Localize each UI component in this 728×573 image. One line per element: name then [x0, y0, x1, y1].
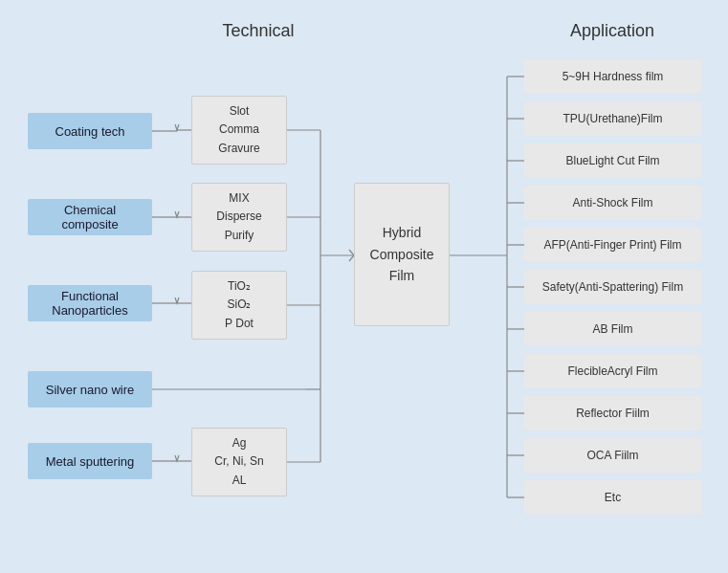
app-box-ab-film: AB Film	[524, 312, 701, 346]
blue-box-silver-nano-wire: Silver nano wire	[28, 371, 152, 408]
app-box-etc: Etc	[524, 480, 701, 515]
diagram-container: Technical Application	[0, 0, 728, 573]
blue-box-metal-sputtering: Metal sputtering	[28, 443, 152, 479]
blue-box-coating-tech: Coating tech	[28, 113, 152, 149]
app-box-hardness-film: 5~9H Hardness film	[524, 59, 701, 94]
app-box-tpu-film: TPU(Urethane)Film	[524, 101, 701, 136]
app-box-safety-film: Safety(Anti-Spattering) Film	[524, 270, 701, 304]
gray-box-tio2-sio2-pdot: TiO₂SiO₂P Dot	[191, 271, 287, 340]
gray-box-ag-cr-ni: AgCr, Ni, SnAL	[191, 428, 287, 496]
app-box-oca-film: OCA Fiilm	[524, 438, 701, 473]
gray-box-slot-comma-gravure: SlotCommaGravure	[191, 96, 287, 165]
app-box-bluelight-film: BlueLight Cut Film	[524, 143, 701, 178]
blue-box-functional-nanoparticles: Functional Nanoparticles	[28, 285, 152, 321]
app-box-flecible-film: FlecibleAcryl Film	[524, 354, 701, 388]
app-box-anti-shock-film: Anti-Shock Film	[524, 186, 701, 220]
title-technical: Technical	[153, 21, 364, 41]
blue-box-chemical-composite: Chemical composite	[28, 199, 152, 235]
gray-box-mix-disperse-purify: MIXDispersePurify	[191, 183, 287, 252]
gray-box-hybrid-composite: HybridCompositeFilm	[354, 183, 450, 326]
title-application: Application	[517, 21, 708, 41]
app-box-reflector-film: Reflector Fiilm	[524, 396, 701, 430]
app-box-afp-film: AFP(Anti-Finger Print) Film	[524, 228, 701, 262]
